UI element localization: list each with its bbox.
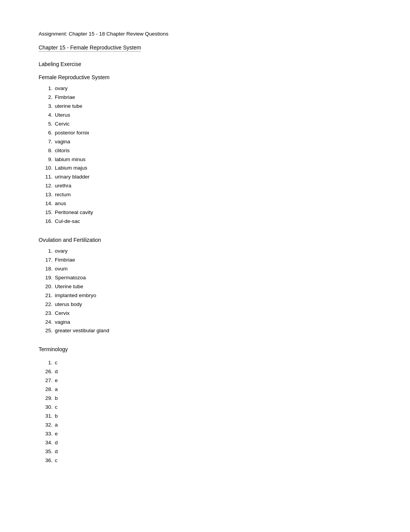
list-item: 28.a <box>39 385 371 394</box>
item-text: labium minus <box>55 155 86 164</box>
item-text: d <box>55 439 58 447</box>
list-item: 2.Fimbriae <box>39 93 371 102</box>
list-item: 6.posterior fornix <box>39 129 371 138</box>
list-item: 15.Peritoneal cavity <box>39 208 371 217</box>
female-reproductive-system-section: Female Reproductive System 1.ovary2.Fimb… <box>39 74 371 226</box>
item-text: Cul-de-sac <box>55 217 80 226</box>
item-text: d <box>55 367 58 376</box>
ovulation-fertilization-subtitle: Ovulation and Fertilization <box>39 237 371 243</box>
item-number: 1. <box>39 247 53 256</box>
list-item: 9.labium minus <box>39 155 371 164</box>
item-text: uterus body <box>55 300 82 309</box>
item-text: a <box>55 385 58 394</box>
item-number: 14. <box>39 199 53 208</box>
item-text: c <box>55 359 58 367</box>
item-text: Spermatozoa <box>55 274 86 282</box>
list-item: 30.c <box>39 403 371 412</box>
list-item: 19.Spermatozoa <box>39 274 371 282</box>
item-number: 12. <box>39 182 53 190</box>
item-number: 24. <box>39 318 53 327</box>
list-item: 10.Labium majus <box>39 164 371 173</box>
item-text: uterine tube <box>55 102 82 111</box>
item-text: implanted embryo <box>55 291 96 300</box>
chapter-title: Chapter 15 - Female Reproductive System <box>39 44 141 52</box>
item-text: Cervic <box>55 120 69 129</box>
item-number: 29. <box>39 394 53 403</box>
item-number: 4. <box>39 111 53 120</box>
assignment-line: Assignment: Chapter 15 - 18 Chapter Revi… <box>39 31 371 37</box>
item-text: Labium majus <box>55 164 87 173</box>
list-item: 22.uterus body <box>39 300 371 309</box>
item-number: 9. <box>39 155 53 164</box>
item-text: vagina <box>55 318 70 327</box>
list-item: 13.rectum <box>39 190 371 199</box>
item-number: 22. <box>39 300 53 309</box>
item-text: Fimbriae <box>55 256 75 265</box>
list-item: 36.c <box>39 456 371 465</box>
list-item: 1.ovary <box>39 247 371 256</box>
item-text: rectum <box>55 190 71 199</box>
item-text: urinary bladder <box>55 173 90 182</box>
list-item: 12.urethra <box>39 182 371 190</box>
list-item: 8.clitoris <box>39 146 371 155</box>
item-number: 36. <box>39 456 53 465</box>
list-item: 16.Cul-de-sac <box>39 217 371 226</box>
list-item: 34.d <box>39 439 371 447</box>
list-item: 20.Uterine tube <box>39 282 371 291</box>
item-number: 33. <box>39 430 53 439</box>
list-item: 17.Fimbriae <box>39 256 371 265</box>
item-text: Uterus <box>55 111 70 120</box>
item-text: posterior fornix <box>55 129 89 138</box>
list-item: 1.ovary <box>39 84 371 93</box>
item-number: 15. <box>39 208 53 217</box>
item-number: 31. <box>39 412 53 421</box>
list-item: 23.Cervix <box>39 309 371 318</box>
list-item: 27.e <box>39 376 371 385</box>
list-item: 33.e <box>39 430 371 439</box>
item-text: b <box>55 394 58 403</box>
item-number: 7. <box>39 138 53 146</box>
list-item: 18.ovum <box>39 265 371 274</box>
item-number: 2. <box>39 93 53 102</box>
list-item: 3.uterine tube <box>39 102 371 111</box>
item-number: 23. <box>39 309 53 318</box>
item-number: 25. <box>39 326 53 335</box>
item-text: ovary <box>55 247 68 256</box>
item-number: 11. <box>39 173 53 182</box>
item-number: 30. <box>39 403 53 412</box>
list-item: 35.d <box>39 447 371 456</box>
item-number: 5. <box>39 120 53 129</box>
item-number: 3. <box>39 102 53 111</box>
item-text: Peritoneal cavity <box>55 208 93 217</box>
item-text: ovary <box>55 84 68 93</box>
list-item: 26.d <box>39 367 371 376</box>
list-item: 1.c <box>39 359 371 367</box>
item-number: 26. <box>39 367 53 376</box>
item-text: b <box>55 412 58 421</box>
terminology-list: 1.c26.d27.e28.a29.b30.c31.b32.a33.e34.d3… <box>39 359 371 465</box>
item-text: ovum <box>55 265 68 274</box>
item-text: e <box>55 430 58 439</box>
labeling-exercise-title: Labeling Exercise <box>39 61 371 67</box>
item-number: 8. <box>39 146 53 155</box>
item-text: c <box>55 403 58 412</box>
terminology-section: Terminology 1.c26.d27.e28.a29.b30.c31.b3… <box>39 346 371 465</box>
list-item: 31.b <box>39 412 371 421</box>
item-number: 16. <box>39 217 53 226</box>
item-text: anus <box>55 199 66 208</box>
item-number: 21. <box>39 291 53 300</box>
ovulation-fertilization-section: Ovulation and Fertilization 1.ovary17.Fi… <box>39 237 371 335</box>
list-item: 21.implanted embryo <box>39 291 371 300</box>
list-item: 32.a <box>39 421 371 430</box>
item-text: e <box>55 376 58 385</box>
item-number: 27. <box>39 376 53 385</box>
item-number: 1. <box>39 84 53 93</box>
item-text: Fimbriae <box>55 93 75 102</box>
item-text: a <box>55 421 58 430</box>
item-number: 34. <box>39 439 53 447</box>
item-number: 32. <box>39 421 53 430</box>
item-number: 10. <box>39 164 53 173</box>
item-text: d <box>55 447 58 456</box>
list-item: 4.Uterus <box>39 111 371 120</box>
list-item: 24.vagina <box>39 318 371 327</box>
